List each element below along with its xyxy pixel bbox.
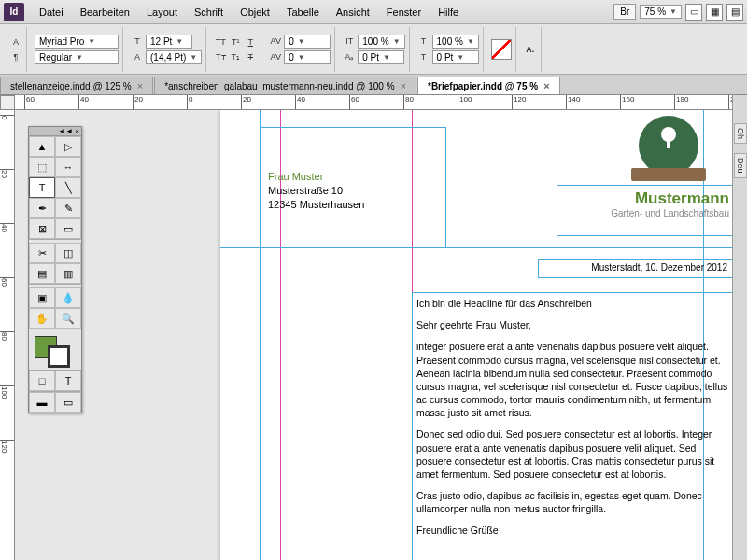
doc-tab-1[interactable]: *anschreiben_galabau_mustermann-neu.indd… xyxy=(154,77,416,94)
company-logo xyxy=(631,116,706,190)
close-icon[interactable]: × xyxy=(137,80,143,91)
zoom-tool[interactable]: 🔍 xyxy=(55,308,81,329)
gradient-swatch-tool[interactable]: ▤ xyxy=(29,263,55,284)
font-style-combo[interactable]: Regular▼ xyxy=(35,50,119,64)
side-tab-0[interactable]: Oh xyxy=(734,123,747,144)
menu-datei[interactable]: Datei xyxy=(32,4,71,21)
headline: Ich bin die Headline für das Anschreiben xyxy=(416,297,729,310)
svg-rect-1 xyxy=(667,139,670,148)
skew-combo[interactable]: 0 Pt▼ xyxy=(432,50,479,64)
font-size-combo[interactable]: 12 Pt▼ xyxy=(146,35,192,49)
gap-tool[interactable]: ↔ xyxy=(55,157,81,177)
fill-stroke-swatch[interactable] xyxy=(29,332,81,370)
menu-layout[interactable]: Layout xyxy=(139,4,185,21)
side-panels[interactable]: Oh Deu xyxy=(732,95,747,560)
company-subtitle: Garten- und Landschaftsbau xyxy=(561,208,729,218)
pencil-tool[interactable]: ✎ xyxy=(55,198,81,218)
baseline-combo[interactable]: 0 Pt▼ xyxy=(358,50,404,64)
pen-tool[interactable]: ✒ xyxy=(29,198,55,218)
doc-tab-0[interactable]: stellenanzeige.indd @ 125 %× xyxy=(0,77,153,94)
toolbox-panel[interactable]: ◄◄ × ▲ ▷ ⬚ ↔ T ╲ ✒ ✎ ⊠ ▭ ✂ ◫ ▤ ▥ ▣ 💧 ✋ 🔍… xyxy=(28,126,82,413)
tracking-icon: AV xyxy=(269,50,282,63)
bridge-button[interactable]: Br xyxy=(613,4,636,20)
direct-selection-tool[interactable]: ▷ xyxy=(55,136,81,157)
char-mode-icon[interactable]: A xyxy=(9,35,22,49)
paragraph-2: Donec sed odio dui. Sed posuere consecte… xyxy=(416,427,729,481)
document-canvas[interactable]: Frau Muster Musterstraße 10 12345 Muster… xyxy=(15,110,747,560)
ruler-vertical[interactable]: 0 20 40 60 80 100 120 xyxy=(0,110,15,560)
underline-icon[interactable]: T xyxy=(244,35,257,49)
leading-combo[interactable]: (14,4 Pt)▼ xyxy=(146,50,202,64)
smallcaps-icon[interactable]: Tᴛ xyxy=(214,50,227,63)
page: Frau Muster Musterstraße 10 12345 Muster… xyxy=(220,110,743,560)
ruler-origin[interactable] xyxy=(0,95,15,110)
company-name: Mustermann xyxy=(561,189,729,208)
baseline-icon: Aₐ xyxy=(343,50,356,63)
kerning-combo[interactable]: 0▼ xyxy=(284,35,331,49)
apply-text[interactable]: T xyxy=(55,371,81,391)
menu-schrift[interactable]: Schrift xyxy=(187,4,231,21)
hscale-icon: T xyxy=(417,35,430,48)
address-frame[interactable]: Frau Muster Musterstraße 10 12345 Muster… xyxy=(260,127,446,248)
note-tool[interactable]: ▣ xyxy=(29,287,55,308)
close-icon[interactable]: × xyxy=(401,80,406,91)
rectangle-tool[interactable]: ▭ xyxy=(55,218,81,239)
recipient-city: 12345 Musterhausen xyxy=(268,198,438,212)
arrange-icon[interactable]: ▤ xyxy=(726,4,743,21)
type-tool[interactable]: T xyxy=(29,177,55,198)
hscale-combo[interactable]: 100 %▼ xyxy=(432,35,479,49)
gradient-feather-tool[interactable]: ▥ xyxy=(55,263,81,284)
line-tool[interactable]: ╲ xyxy=(55,177,81,198)
menu-tabelle[interactable]: Tabelle xyxy=(279,4,327,21)
leading-icon: A xyxy=(131,50,144,63)
scissors-tool[interactable]: ✂ xyxy=(29,243,55,263)
view-mode-icon[interactable]: ▭ xyxy=(685,4,702,21)
menu-fenster[interactable]: Fenster xyxy=(379,4,429,21)
body-frame[interactable]: Ich bin die Headline für das Anschreiben… xyxy=(412,292,734,560)
app-icon: Id xyxy=(4,3,24,21)
para-mode-icon[interactable]: ¶ xyxy=(9,50,22,63)
recipient-name: Frau Muster xyxy=(268,170,438,184)
recipient-street: Musterstraße 10 xyxy=(268,184,438,198)
menu-bearbeiten[interactable]: Bearbeiten xyxy=(73,4,137,21)
date-frame[interactable]: Musterstadt, 10. Dezember 2012 xyxy=(538,259,734,278)
kerning-icon: AV xyxy=(269,35,282,48)
rectangle-frame-tool[interactable]: ⊠ xyxy=(29,218,55,239)
menu-objekt[interactable]: Objekt xyxy=(233,4,277,21)
free-transform-tool[interactable]: ◫ xyxy=(55,243,81,263)
zoom-level[interactable]: 75 %▼ xyxy=(640,5,682,19)
selection-tool[interactable]: ▲ xyxy=(29,136,55,157)
menu-ansicht[interactable]: Ansicht xyxy=(329,4,377,21)
apply-color[interactable]: □ xyxy=(29,371,55,391)
skew-icon: T xyxy=(417,50,430,63)
salutation: Sehr geehrte Frau Muster, xyxy=(416,318,729,331)
paragraph-4: Freundliche Grüße xyxy=(416,524,729,537)
toolbox-header[interactable]: ◄◄ × xyxy=(29,127,81,136)
eyedropper-tool[interactable]: 💧 xyxy=(55,287,81,308)
fill-swatch[interactable] xyxy=(491,39,512,60)
strikethrough-icon[interactable]: T xyxy=(244,50,257,63)
preview-view[interactable]: ▭ xyxy=(55,392,81,413)
date-text: Musterstadt, 10. Dezember 2012 xyxy=(591,262,727,273)
menu-hilfe[interactable]: Hilfe xyxy=(430,4,466,21)
close-icon[interactable]: × xyxy=(543,80,549,91)
vscale-icon: IT xyxy=(343,35,356,48)
ruler-horizontal[interactable]: 60 40 20 0 20 40 60 80 100 120 140 160 1… xyxy=(15,95,747,110)
paragraph-1: integer posuere erat a ante venenatis da… xyxy=(416,340,729,419)
screen-mode-icon[interactable]: ▦ xyxy=(706,4,723,21)
font-size-icon: T xyxy=(131,35,144,48)
doc-tab-2[interactable]: *Briefpapier.indd @ 75 %× xyxy=(417,77,560,94)
paragraph-3: Cras justo odio, dapibus ac facilisis in… xyxy=(416,489,729,515)
hand-tool[interactable]: ✋ xyxy=(29,308,55,329)
subscript-icon[interactable]: T₁ xyxy=(229,50,242,63)
allcaps-icon[interactable]: TT xyxy=(214,35,227,49)
normal-view[interactable]: ▬ xyxy=(29,392,55,413)
tracking-combo[interactable]: 0▼ xyxy=(284,50,331,64)
side-tab-1[interactable]: Deu xyxy=(734,153,747,178)
company-frame[interactable]: Mustermann Garten- und Landschaftsbau xyxy=(557,185,734,236)
superscript-icon[interactable]: T¹ xyxy=(229,35,242,49)
charstyle-icon[interactable]: A. xyxy=(524,43,537,56)
vscale-combo[interactable]: 100 %▼ xyxy=(358,35,404,49)
font-family-combo[interactable]: Myriad Pro▼ xyxy=(35,35,119,49)
page-tool[interactable]: ⬚ xyxy=(29,157,55,177)
